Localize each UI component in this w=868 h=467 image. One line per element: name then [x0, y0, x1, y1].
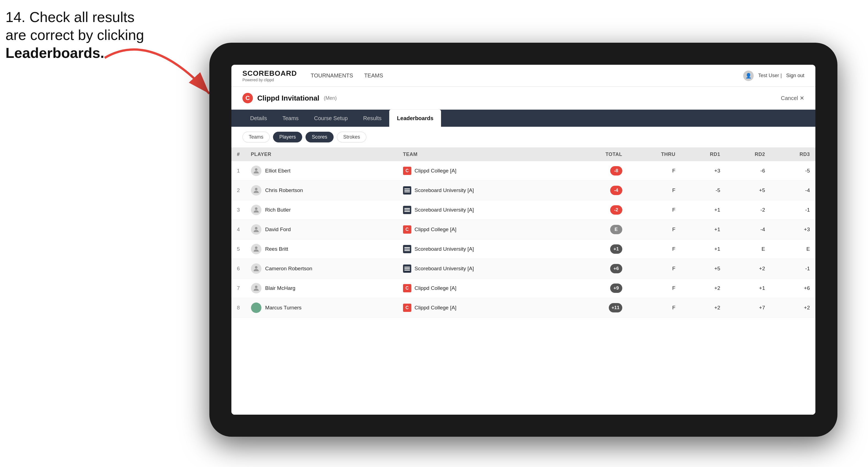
- logo-title: SCOREBOARD: [242, 69, 297, 78]
- thru-cell: F: [628, 279, 681, 298]
- col-rd2: RD2: [726, 148, 771, 161]
- sign-out-link[interactable]: Sign out: [786, 73, 804, 79]
- team-logo: C: [403, 304, 411, 312]
- table-row: 4 David Ford C Clippd College [A] E F +1…: [231, 220, 815, 240]
- table-row: 2 Chris Robertson Scoreboard University …: [231, 181, 815, 200]
- team-name: Scoreboard University [A]: [414, 246, 474, 252]
- team-name: Scoreboard University [A]: [414, 187, 474, 193]
- table-row: 5 Rees Britt Scoreboard University [A] +…: [231, 240, 815, 259]
- thru-cell: F: [628, 220, 681, 240]
- player-cell: Marcus Turners: [245, 298, 398, 318]
- total-cell: -8: [569, 161, 628, 181]
- player-cell: Elliot Ebert: [245, 161, 398, 181]
- team-cell: C Clippd College [A]: [398, 220, 569, 240]
- team-name: Clippd College [A]: [414, 305, 457, 311]
- table-row: 1 Elliot Ebert C Clippd College [A] -8 F…: [231, 161, 815, 181]
- thru-cell: F: [628, 240, 681, 259]
- leaderboard-table: # PLAYER TEAM TOTAL THRU RD1 RD2 RD3 1: [231, 148, 815, 318]
- svg-rect-14: [404, 250, 410, 251]
- player-avatar: [251, 283, 261, 293]
- player-avatar: [251, 244, 261, 254]
- table-row: 6 Cameron Robertson Scoreboard Universit…: [231, 259, 815, 279]
- cancel-button[interactable]: Cancel ✕: [781, 95, 804, 101]
- team-logo: [403, 245, 411, 253]
- rd1-cell: +1: [681, 220, 726, 240]
- rd2-cell: +2: [726, 259, 771, 279]
- rd1-cell: +2: [681, 279, 726, 298]
- col-team: TEAM: [398, 148, 569, 161]
- score-badge: -8: [610, 166, 622, 176]
- team-logo: C: [403, 225, 411, 234]
- rank-cell: 8: [231, 298, 245, 318]
- table-row: 8 Marcus Turners C Clippd College [A] +1…: [231, 298, 815, 318]
- tab-teams[interactable]: Teams: [275, 110, 306, 127]
- navbar: SCOREBOARD Powered by clippd TOURNAMENTS…: [231, 65, 815, 87]
- filter-strokes[interactable]: Strokes: [337, 132, 366, 143]
- team-name: Scoreboard University [A]: [414, 207, 474, 213]
- filter-scores[interactable]: Scores: [306, 132, 334, 143]
- tab-details[interactable]: Details: [242, 110, 275, 127]
- tablet-screen: SCOREBOARD Powered by clippd TOURNAMENTS…: [231, 65, 815, 415]
- leaderboard-table-container: # PLAYER TEAM TOTAL THRU RD1 RD2 RD3 1: [231, 148, 815, 415]
- rd1-cell: +1: [681, 240, 726, 259]
- rd2-cell: -6: [726, 161, 771, 181]
- team-logo: [403, 206, 411, 214]
- rd2-cell: +7: [726, 298, 771, 318]
- svg-point-19: [255, 286, 257, 288]
- svg-point-10: [255, 227, 257, 229]
- total-cell: -4: [569, 181, 628, 200]
- player-name: Rees Britt: [265, 246, 288, 252]
- rank-cell: 5: [231, 240, 245, 259]
- table-row: 3 Rich Butler Scoreboard University [A] …: [231, 200, 815, 220]
- rank-cell: 3: [231, 200, 245, 220]
- total-cell: +1: [569, 240, 628, 259]
- rd1-cell: +3: [681, 161, 726, 181]
- nav-tournaments[interactable]: TOURNAMENTS: [311, 71, 353, 80]
- team-cell: C Clippd College [A]: [398, 298, 569, 318]
- player-name: David Ford: [265, 226, 291, 232]
- filter-teams[interactable]: Teams: [242, 132, 270, 143]
- team-name: Clippd College [A]: [414, 226, 457, 232]
- team-logo: C: [403, 167, 411, 175]
- svg-rect-13: [404, 249, 410, 250]
- rank-cell: 6: [231, 259, 245, 279]
- instruction-text: 14. Check all results are correct by cli…: [5, 8, 144, 62]
- svg-rect-7: [404, 208, 410, 209]
- table-header-row: # PLAYER TEAM TOTAL THRU RD1 RD2 RD3: [231, 148, 815, 161]
- tab-leaderboards[interactable]: Leaderboards: [389, 110, 441, 127]
- svg-rect-18: [404, 270, 410, 271]
- player-cell: Rees Britt: [245, 240, 398, 259]
- tab-results[interactable]: Results: [355, 110, 389, 127]
- rank-cell: 1: [231, 161, 245, 181]
- svg-point-11: [255, 247, 257, 249]
- rd1-cell: -5: [681, 181, 726, 200]
- player-cell: Cameron Robertson: [245, 259, 398, 279]
- score-badge: -2: [610, 205, 622, 215]
- thru-cell: F: [628, 298, 681, 318]
- team-logo: [403, 264, 411, 273]
- svg-rect-16: [404, 267, 410, 268]
- score-badge: +6: [610, 264, 622, 273]
- tab-course-setup[interactable]: Course Setup: [306, 110, 355, 127]
- tournament-icon: C: [242, 93, 253, 103]
- nav-teams[interactable]: TEAMS: [364, 71, 383, 80]
- rd3-cell: -1: [771, 259, 815, 279]
- team-logo: [403, 186, 411, 194]
- rd3-cell: +2: [771, 298, 815, 318]
- svg-point-1: [255, 168, 257, 171]
- team-name: Clippd College [A]: [414, 168, 457, 174]
- player-cell: Blair McHarg: [245, 279, 398, 298]
- team-name: Scoreboard University [A]: [414, 266, 474, 272]
- svg-point-2: [255, 188, 257, 190]
- col-total: TOTAL: [569, 148, 628, 161]
- rd3-cell: +3: [771, 220, 815, 240]
- score-badge: +1: [610, 244, 622, 254]
- player-name: Chris Robertson: [265, 187, 303, 193]
- svg-point-15: [255, 266, 257, 269]
- filter-players[interactable]: Players: [273, 132, 302, 143]
- player-avatar: [251, 205, 261, 215]
- player-avatar: [251, 185, 261, 196]
- tournament-title: C Clippd Invitational (Men): [242, 93, 337, 103]
- thru-cell: F: [628, 161, 681, 181]
- svg-rect-17: [404, 268, 410, 269]
